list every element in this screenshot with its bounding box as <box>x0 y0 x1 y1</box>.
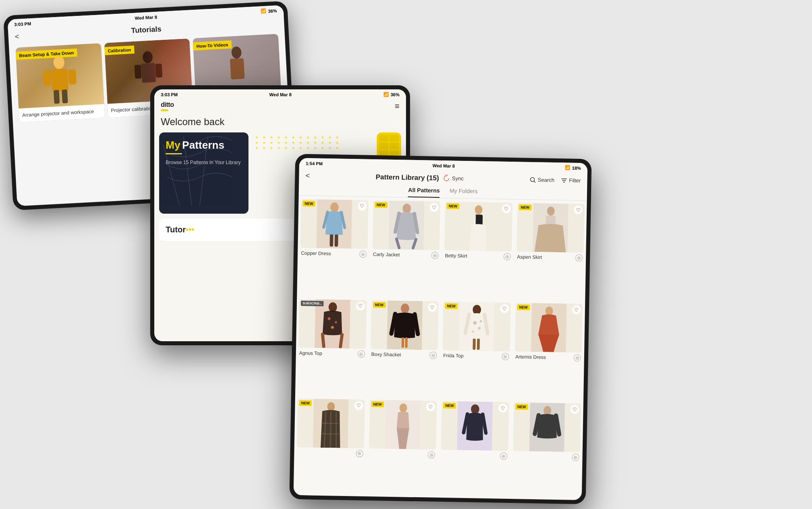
new-badge: NEW <box>371 401 384 407</box>
list-item[interactable]: NEW ♡ ⊕ <box>438 398 512 499</box>
heart-button[interactable]: ♡ <box>356 301 365 310</box>
svg-rect-15 <box>330 234 333 247</box>
pattern-image-row3-2: NEW ♡ <box>369 400 437 450</box>
svg-line-50 <box>321 423 341 424</box>
list-item[interactable]: NEW ♡ ⊕ <box>365 396 439 498</box>
list-item[interactable]: SUBSCRIB... ♡ Agnus Top <box>295 295 369 396</box>
heart-button[interactable]: ♡ <box>358 201 367 210</box>
list-item[interactable]: NEW ♡ <box>439 298 513 399</box>
list-item[interactable]: NEW ♡ ⊕ <box>510 399 583 500</box>
pattern-library-tablet: 1:54 PM Wed Mar 8 📶 18% < Pattern Librar… <box>289 154 592 505</box>
add-button-carly-jacket[interactable]: ⊕ <box>431 252 438 259</box>
list-item[interactable]: NEW ♡ Copper Dress ⊕ <box>297 196 371 297</box>
new-badge: NEW <box>445 303 458 309</box>
svg-rect-16 <box>335 234 338 247</box>
battery-mid: 36% <box>391 92 400 97</box>
new-badge: NEW <box>299 400 312 406</box>
add-button-betty-skirt[interactable]: ⊕ <box>503 253 510 260</box>
pattern-name-row: ⊕ <box>369 448 436 459</box>
patterns-grid: NEW ♡ Copper Dress ⊕ <box>294 196 587 500</box>
hamburger-menu[interactable]: ≡ <box>395 102 400 111</box>
heart-button[interactable]: ♡ <box>428 303 437 312</box>
tab-all-patterns[interactable]: All Patterns <box>408 187 440 198</box>
pattern-image-betty-skirt: NEW ♡ <box>444 201 512 251</box>
list-item[interactable]: NEW ♡ Boxy Shacket ⊕ <box>367 297 441 398</box>
welcome-header: ditto ≡ <box>154 100 406 115</box>
search-button[interactable]: Search <box>529 176 554 183</box>
pattern-name-agnus-top: Agnus Top <box>299 350 322 356</box>
tutorials-title: Tutorials <box>131 25 162 35</box>
pattern-name-row: Aspen Skirt ⊕ <box>516 251 583 262</box>
back-button-patterns[interactable]: < <box>305 171 310 180</box>
add-button-row3-4[interactable]: ⊕ <box>572 454 579 461</box>
pattern-name-frida-top: Frida Top <box>443 353 464 359</box>
pattern-image-copper-dress: NEW ♡ <box>300 199 368 249</box>
filter-label: Filter <box>569 177 581 184</box>
time-back: 3:03 PM <box>14 21 31 27</box>
search-label: Search <box>538 177 554 183</box>
back-button-tutorials[interactable]: < <box>15 32 19 41</box>
add-button-frida-top[interactable]: ⊕ <box>501 353 509 360</box>
new-badge: NEW <box>517 304 529 310</box>
heart-button[interactable]: ♡ <box>502 204 511 213</box>
date-mid: Wed Mar 8 <box>269 92 292 97</box>
date-back: Wed Mar 8 <box>135 14 157 20</box>
add-button-row3-1[interactable]: ⊕ <box>356 450 363 457</box>
svg-rect-5 <box>62 89 68 103</box>
list-item[interactable]: NEW ♡ Betty Skirt ⊕ <box>441 198 515 299</box>
pattern-image-row3-3: NEW ♡ <box>441 401 509 451</box>
pattern-image-boxy-shacket: NEW ♡ <box>371 300 439 350</box>
pattern-image-row3-4: NEW ♡ <box>513 403 581 453</box>
list-item[interactable]: NEW ♡ ⊕ <box>294 395 367 496</box>
list-item[interactable]: NEW ♡ Aspen Skirt ⊕ <box>513 199 587 301</box>
status-icons-back: 📶 36% <box>261 8 277 14</box>
filter-button[interactable]: Filter <box>561 177 581 184</box>
battery-back: 36% <box>268 8 277 13</box>
pattern-image-agnus-top: SUBSCRIB... ♡ <box>298 299 367 349</box>
heart-button[interactable]: ♡ <box>354 401 363 410</box>
svg-rect-42 <box>477 338 480 350</box>
time-mid: 3:03 PM <box>161 92 178 97</box>
add-button-artemis-dress[interactable]: ⊕ <box>574 354 581 361</box>
svg-rect-25 <box>546 215 555 225</box>
my-patterns-card[interactable]: My Patterns Browse 15 Patterns in Your L… <box>159 132 248 214</box>
pattern-image-frida-top: NEW ♡ <box>443 301 511 351</box>
svg-point-10 <box>231 46 242 59</box>
card-label-calibration: Calibration <box>104 45 134 55</box>
heart-button[interactable]: ♡ <box>500 304 509 313</box>
pattern-image-aspen-skirt: NEW ♡ <box>516 203 585 253</box>
search-icon <box>529 176 536 183</box>
status-bar-mid: 3:03 PM Wed Mar 8 📶 36% <box>154 89 406 100</box>
add-button-row3-3[interactable]: ⊕ <box>500 453 507 460</box>
svg-rect-11 <box>230 58 244 79</box>
pattern-image-row3-1: NEW ♡ <box>297 399 365 448</box>
my-text: My <box>166 139 180 151</box>
pattern-name-row: ⊕ <box>513 451 580 462</box>
tutorial-card-beam[interactable]: Beam Setup & Take Down Arrange projector… <box>15 43 105 122</box>
add-button-aspen-skirt[interactable]: ⊕ <box>575 254 583 262</box>
tab-my-folders[interactable]: My Folders <box>449 187 478 198</box>
sync-button[interactable]: Sync <box>442 174 464 183</box>
list-item[interactable]: NEW ♡ Artemis Dress ⊕ <box>512 299 585 401</box>
pattern-name-row: Frida Top ⊕ <box>443 350 510 361</box>
add-button-boxy-shacket[interactable]: ⊕ <box>430 351 437 359</box>
patterns-underline <box>166 153 182 154</box>
status-icons-mid: 📶 36% <box>383 92 400 97</box>
list-item[interactable]: NEW ♡ Carly Jacket ⊕ <box>369 197 443 298</box>
heart-button[interactable]: ♡ <box>498 404 507 413</box>
add-button-row3-2[interactable]: ⊕ <box>428 451 435 459</box>
svg-rect-34 <box>405 337 407 348</box>
time-front: 1:54 PM <box>306 161 323 166</box>
heart-button[interactable]: ♡ <box>572 305 581 314</box>
pattern-name-row: Carly Jacket ⊕ <box>372 249 439 260</box>
header-actions: Search Filter <box>529 176 581 184</box>
new-badge: NEW <box>447 203 459 209</box>
filter-icon <box>561 177 567 184</box>
svg-rect-3 <box>68 69 77 84</box>
date-front: Wed Mar 8 <box>432 163 455 168</box>
pattern-name-copper-dress: Copper Dress <box>301 250 331 256</box>
wifi-icon-front: 📶 <box>565 165 570 170</box>
browse-link[interactable]: Browse 15 Patterns in Your Library <box>166 159 242 166</box>
add-button-agnus-top[interactable]: ⊕ <box>357 350 365 357</box>
add-button-copper-dress[interactable]: ⊕ <box>359 250 367 258</box>
